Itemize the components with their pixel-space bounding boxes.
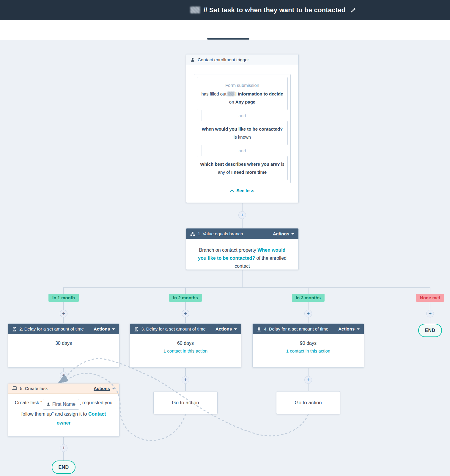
redacted-text-placeholder bbox=[190, 7, 200, 13]
caret-down-icon bbox=[112, 388, 115, 391]
connector-line bbox=[430, 287, 430, 295]
filter-text: on bbox=[229, 99, 235, 104]
delay-duration: 60 days bbox=[177, 341, 194, 346]
filter-page-value: Any page bbox=[235, 99, 256, 104]
task-icon bbox=[12, 386, 17, 391]
tab-bar bbox=[0, 20, 450, 40]
delay-card-body: 60 days 1 contact in this action bbox=[130, 334, 241, 353]
filter-form-name: | Information to decide bbox=[235, 91, 283, 96]
branch-card-title: 1. Value equals branch bbox=[198, 231, 243, 236]
add-action-button[interactable]: + bbox=[60, 372, 67, 379]
first-name-token: First Name bbox=[43, 399, 79, 410]
create-task-card[interactable]: 5. Create task Actions Create task "Firs… bbox=[8, 383, 119, 437]
connector-line bbox=[63, 287, 64, 295]
branch-card-body: Branch on contact property When would yo… bbox=[186, 239, 298, 277]
delay-card-4[interactable]: 4. Delay for a set amount of time Action… bbox=[252, 323, 364, 368]
actions-menu[interactable]: Actions bbox=[94, 386, 115, 391]
hourglass-icon bbox=[12, 327, 17, 331]
enrollment-filter-group: Form submission has filled out| Informat… bbox=[194, 74, 291, 183]
actions-menu[interactable]: Actions bbox=[273, 231, 294, 236]
create-task-header: 5. Create task Actions bbox=[8, 383, 119, 394]
contact-icon bbox=[190, 57, 195, 62]
delay-card-2[interactable]: 2. Delay for a set amount of time Action… bbox=[8, 323, 119, 368]
delay-card-body: 30 days bbox=[8, 334, 119, 346]
branch-label-none-met[interactable]: None met bbox=[416, 294, 444, 302]
caret-down-icon bbox=[234, 328, 237, 331]
add-action-button[interactable]: + bbox=[238, 211, 246, 219]
value-equals-branch-card[interactable]: 1. Value equals branch Actions Branch on… bbox=[186, 228, 299, 270]
pencil-icon bbox=[351, 7, 356, 13]
delay-card-header: 2. Delay for a set amount of time Action… bbox=[8, 324, 119, 334]
caret-down-icon bbox=[291, 233, 294, 236]
filter-where-you-are[interactable]: Which best describes where you are? is a… bbox=[197, 156, 288, 180]
delay-card-3[interactable]: 3. Delay for a set amount of time Action… bbox=[130, 323, 241, 368]
connector-line bbox=[63, 287, 430, 288]
hourglass-icon bbox=[134, 327, 139, 331]
filter-operator: is known bbox=[234, 134, 251, 140]
and-separator: and bbox=[197, 145, 288, 156]
contacts-in-action-link[interactable]: 1 contact in this action bbox=[130, 348, 241, 353]
contacts-in-action-link[interactable]: 1 contact in this action bbox=[253, 348, 364, 353]
actions-menu[interactable]: Actions bbox=[215, 326, 237, 331]
active-tab-underline bbox=[207, 38, 249, 40]
and-separator: and bbox=[197, 110, 288, 121]
see-less-link[interactable]: See less bbox=[194, 188, 291, 196]
goto-action-card-1[interactable]: Go to action bbox=[153, 391, 218, 414]
enrollment-trigger-card[interactable]: Contact enrollment trigger Form submissi… bbox=[186, 54, 299, 203]
actions-menu[interactable]: Actions bbox=[94, 326, 115, 331]
filter-property-name: When would you like to be contacted? bbox=[200, 125, 284, 133]
delay-card-body: 90 days 1 contact in this action bbox=[253, 334, 364, 353]
caret-down-icon bbox=[112, 328, 115, 331]
filter-text: has filled out bbox=[201, 91, 226, 96]
caret-down-icon bbox=[357, 328, 360, 331]
filter-value: I need more time bbox=[231, 170, 267, 175]
branch-card-header: 1. Value equals branch Actions bbox=[186, 228, 298, 239]
actions-menu[interactable]: Actions bbox=[338, 326, 360, 331]
end-pill-bottom: END bbox=[52, 461, 75, 474]
create-task-body: Create task "First Name, requested you f… bbox=[8, 394, 119, 432]
end-pill-none-met: END bbox=[418, 324, 442, 337]
redacted-form-name bbox=[227, 92, 235, 96]
goto-action-card-2[interactable]: Go to action bbox=[276, 391, 340, 414]
filter-property-name: Which best describes where you are? bbox=[200, 162, 280, 167]
delay-card-title: 3. Delay for a set amount of time bbox=[141, 326, 206, 331]
add-action-button[interactable]: + bbox=[60, 310, 67, 317]
delay-card-header: 4. Delay for a set amount of time Action… bbox=[253, 324, 364, 334]
trigger-card-body: Form submission has filled out| Informat… bbox=[186, 65, 298, 196]
delay-card-title: 4. Delay for a set amount of time bbox=[264, 326, 328, 331]
trigger-card-title: Contact enrollment trigger bbox=[198, 57, 249, 62]
delay-card-header: 3. Delay for a set amount of time Action… bbox=[130, 324, 241, 334]
workflow-title-bar: // Set task to when they want to be cont… bbox=[190, 0, 356, 20]
edit-title-button[interactable] bbox=[351, 7, 356, 13]
branch-label-3-months[interactable]: In 3 months bbox=[292, 294, 325, 302]
hourglass-icon bbox=[257, 327, 261, 331]
create-task-title: 5. Create task bbox=[20, 386, 48, 391]
add-action-button[interactable]: + bbox=[304, 376, 312, 384]
add-action-button[interactable]: + bbox=[182, 310, 189, 317]
branch-label-1-month[interactable]: In 1 month bbox=[48, 294, 79, 302]
connector-line bbox=[308, 287, 309, 295]
add-action-button[interactable]: + bbox=[426, 310, 434, 317]
add-action-button[interactable]: + bbox=[60, 444, 67, 452]
branch-label-2-months[interactable]: In 2 months bbox=[169, 294, 202, 302]
sitemap-icon bbox=[190, 231, 195, 236]
chevron-up-icon bbox=[230, 189, 234, 192]
trigger-card-header: Contact enrollment trigger bbox=[186, 54, 298, 65]
filter-form-submission[interactable]: Form submission has filled out| Informat… bbox=[197, 77, 288, 110]
page-title: // Set task to when they want to be cont… bbox=[204, 6, 345, 14]
connector-line bbox=[185, 287, 186, 295]
add-action-button[interactable]: + bbox=[304, 310, 312, 317]
delay-card-title: 2. Delay for a set amount of time bbox=[19, 326, 84, 331]
delay-duration: 30 days bbox=[55, 341, 72, 346]
add-action-button[interactable]: + bbox=[182, 376, 189, 384]
filter-contact-property[interactable]: When would you like to be contacted? is … bbox=[197, 121, 288, 145]
filter-type-label: Form submission bbox=[200, 81, 284, 89]
contact-icon bbox=[46, 402, 50, 406]
delay-duration: 90 days bbox=[300, 341, 317, 346]
